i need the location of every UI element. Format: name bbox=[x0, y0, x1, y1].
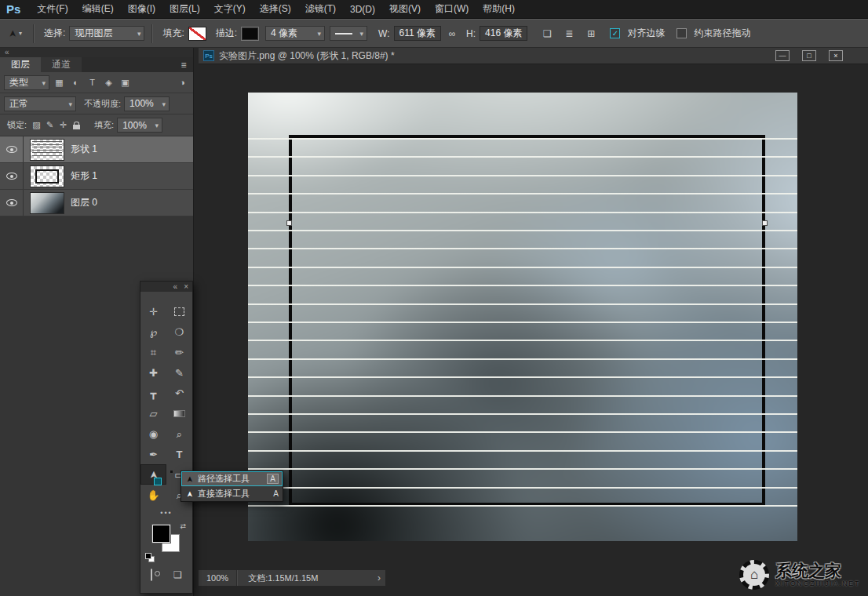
path-arrange-button[interactable]: ⊞ bbox=[582, 26, 600, 42]
visibility-toggle[interactable] bbox=[0, 136, 24, 162]
panel-collapse-bar[interactable]: « bbox=[0, 48, 193, 57]
crop-tool[interactable]: ⌗ bbox=[140, 342, 166, 362]
eraser-tool[interactable]: ▱ bbox=[140, 403, 166, 423]
tools-panel-header[interactable]: « × bbox=[140, 282, 192, 292]
menu-help[interactable]: 帮助(H) bbox=[476, 2, 522, 16]
menu-image[interactable]: 图像(I) bbox=[121, 2, 162, 16]
history-brush-tool[interactable]: ↶ bbox=[166, 383, 192, 403]
gradient-tool[interactable] bbox=[166, 403, 192, 423]
opacity-label: 不透明度: bbox=[84, 98, 121, 110]
type-tool[interactable]: T bbox=[166, 444, 192, 464]
filter-toggle-icon[interactable]: ◑ bbox=[176, 76, 189, 89]
lock-position-icon[interactable]: ✛ bbox=[57, 118, 70, 132]
screen-mode-button[interactable]: ❏ bbox=[173, 569, 182, 580]
height-input[interactable]: 416 像素 bbox=[480, 26, 527, 41]
link-dimensions-icon[interactable]: ∞ bbox=[443, 26, 461, 42]
restore-button[interactable]: □ bbox=[802, 50, 816, 61]
healing-brush-tool[interactable]: ✚ bbox=[140, 362, 166, 383]
lock-transparency-icon[interactable]: ▨ bbox=[30, 118, 43, 132]
fill-color-swatch[interactable] bbox=[188, 27, 206, 41]
watermark-title: 系统之家 bbox=[775, 562, 860, 580]
zoom-level-field[interactable]: 100% bbox=[199, 570, 237, 586]
clone-stamp-icon: ┳ bbox=[151, 388, 157, 398]
path-anchor-right[interactable] bbox=[762, 220, 768, 226]
stroke-width-dropdown[interactable]: 4 像素 bbox=[265, 26, 325, 41]
layer-thumbnail[interactable] bbox=[30, 139, 64, 161]
foreground-color-swatch[interactable] bbox=[152, 525, 170, 543]
eyedropper-tool[interactable]: ✏ bbox=[166, 342, 192, 362]
menu-select[interactable]: 选择(S) bbox=[253, 2, 298, 16]
flyout-item-path-selection[interactable]: ➤ 路径选择工具 A bbox=[181, 471, 283, 486]
collapse-panels-icon: « bbox=[5, 49, 9, 56]
filter-smart-object-icon[interactable]: ▣ bbox=[119, 76, 132, 89]
lasso-tool[interactable]: ℘ bbox=[140, 322, 166, 342]
constrain-drag-checkbox[interactable] bbox=[677, 28, 687, 38]
collapse-tools-icon[interactable]: « bbox=[173, 283, 178, 291]
menu-view[interactable]: 视图(V) bbox=[382, 2, 428, 16]
select-mode-dropdown[interactable]: 现用图层 bbox=[69, 26, 144, 41]
opacity-dropdown[interactable]: 100% bbox=[124, 96, 170, 111]
path-alignment-button[interactable]: ≣ bbox=[560, 26, 578, 42]
marquee-tool[interactable] bbox=[166, 301, 192, 322]
close-tools-icon[interactable]: × bbox=[184, 283, 188, 291]
tool-preset-dropdown[interactable]: ➤ ▾ bbox=[5, 28, 26, 39]
layer-row-shape-1[interactable]: 形状 1 bbox=[0, 136, 193, 163]
status-options-chevron[interactable]: › bbox=[373, 572, 385, 583]
menu-type[interactable]: 文字(Y) bbox=[207, 2, 253, 16]
default-foreground bbox=[145, 553, 151, 559]
path-selection-tool[interactable]: ➤ bbox=[140, 464, 166, 485]
stroke-color-swatch[interactable] bbox=[241, 27, 259, 41]
layer-thumbnail[interactable] bbox=[30, 165, 64, 187]
canvas-image[interactable] bbox=[248, 93, 797, 541]
minimize-button[interactable]: — bbox=[775, 50, 790, 61]
path-anchor-left[interactable] bbox=[286, 220, 292, 226]
menu-file[interactable]: 文件(F) bbox=[30, 2, 75, 16]
dodge-tool[interactable]: ⌕ bbox=[166, 423, 192, 444]
filter-kind-dropdown[interactable]: 类型 bbox=[4, 75, 49, 90]
document-size-info: 文档:1.15M/1.15M bbox=[248, 572, 318, 584]
close-button[interactable]: × bbox=[829, 50, 843, 61]
lock-pixels-icon[interactable]: ✎ bbox=[43, 118, 57, 132]
filter-pixel-icon[interactable]: ▦ bbox=[53, 76, 66, 89]
menu-edit[interactable]: 编辑(E) bbox=[75, 2, 121, 16]
lasso-icon: ℘ bbox=[150, 327, 157, 337]
brush-tool[interactable]: ✎ bbox=[166, 362, 192, 383]
swap-colors-icon[interactable]: ⇄ bbox=[180, 522, 186, 530]
blend-mode-dropdown[interactable]: 正常 bbox=[4, 96, 76, 111]
menu-layer[interactable]: 图层(L) bbox=[162, 2, 207, 16]
tab-channels[interactable]: 通道 bbox=[41, 57, 82, 72]
fill-opacity-dropdown[interactable]: 100% bbox=[117, 118, 162, 133]
layer-name[interactable]: 图层 0 bbox=[71, 196, 97, 209]
quick-mask-button[interactable] bbox=[151, 569, 152, 580]
clone-stamp-tool[interactable]: ┳ bbox=[140, 383, 166, 403]
filter-type-icon[interactable]: T bbox=[86, 76, 99, 89]
menu-filter[interactable]: 滤镜(T) bbox=[298, 2, 343, 16]
visibility-toggle[interactable] bbox=[0, 163, 24, 189]
filter-shape-icon[interactable]: ◈ bbox=[102, 76, 115, 89]
hand-tool[interactable]: ✋ bbox=[140, 485, 166, 505]
width-input[interactable]: 611 像素 bbox=[394, 26, 441, 41]
panel-menu-icon[interactable]: ≡ bbox=[174, 57, 193, 72]
edit-toolbar-button[interactable]: ••• bbox=[140, 505, 192, 521]
layer-row-layer-0[interactable]: 图层 0 bbox=[0, 190, 193, 216]
menu-3d[interactable]: 3D(D) bbox=[343, 4, 382, 15]
quick-selection-tool[interactable]: ❍ bbox=[166, 322, 192, 342]
visibility-toggle[interactable] bbox=[0, 190, 24, 216]
tab-layers[interactable]: 图层 bbox=[0, 57, 41, 72]
layer-name[interactable]: 矩形 1 bbox=[71, 169, 97, 183]
align-edges-checkbox[interactable]: ✓ bbox=[610, 28, 620, 38]
move-tool[interactable]: ✛ bbox=[140, 301, 166, 322]
lock-all-icon[interactable] bbox=[70, 118, 83, 132]
layer-thumbnail[interactable] bbox=[30, 192, 64, 214]
stroke-style-dropdown[interactable] bbox=[330, 26, 367, 41]
menu-window[interactable]: 窗口(W) bbox=[428, 2, 476, 16]
blur-tool[interactable]: ◉ bbox=[140, 423, 166, 444]
layer-name[interactable]: 形状 1 bbox=[71, 143, 97, 156]
flyout-item-direct-selection[interactable]: ➤ 直接选择工具 A bbox=[181, 486, 283, 501]
pen-tool[interactable]: ✒ bbox=[140, 444, 166, 464]
document-titlebar[interactable]: Ps 实验图片.png @ 100% (形状 1, RGB/8#) * — □ … bbox=[199, 48, 868, 64]
path-operations-button[interactable]: ❏ bbox=[538, 26, 556, 42]
default-colors-icon[interactable] bbox=[145, 553, 155, 562]
layer-row-rect-1[interactable]: 矩形 1 bbox=[0, 163, 193, 190]
filter-adjustment-icon[interactable]: ◐ bbox=[69, 76, 82, 89]
